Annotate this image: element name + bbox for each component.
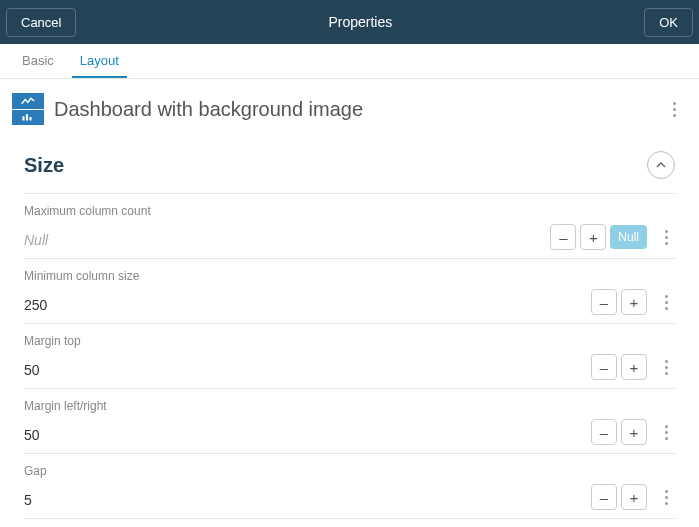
field-label: Maximum column count: [24, 204, 675, 218]
field-menu-button[interactable]: [657, 230, 675, 245]
dialog-title: Properties: [328, 14, 392, 30]
decrement-button[interactable]: –: [591, 354, 617, 380]
increment-button[interactable]: +: [621, 289, 647, 315]
tab-bar: Basic Layout: [0, 44, 699, 79]
collapse-button[interactable]: [647, 151, 675, 179]
page-title: Dashboard with background image: [54, 98, 665, 121]
field-max-column-count: Maximum column count Null – + Null: [24, 194, 675, 259]
page-title-row: Dashboard with background image: [0, 79, 699, 141]
increment-button[interactable]: +: [621, 484, 647, 510]
field-value[interactable]: 50: [24, 362, 40, 380]
field-gap: Gap 5 – +: [24, 454, 675, 519]
field-value[interactable]: 250: [24, 297, 47, 315]
page-menu-button[interactable]: [665, 102, 683, 117]
decrement-button[interactable]: –: [591, 419, 617, 445]
increment-button[interactable]: +: [621, 354, 647, 380]
content-area: Size Maximum column count Null – + Null …: [0, 141, 699, 519]
field-label: Gap: [24, 464, 675, 478]
field-label: Margin top: [24, 334, 675, 348]
tab-basic[interactable]: Basic: [14, 44, 62, 78]
field-value[interactable]: Null: [24, 232, 48, 250]
field-min-column-size: Minimum column size 250 – +: [24, 259, 675, 324]
decrement-button[interactable]: –: [591, 289, 617, 315]
field-controls: – +: [591, 289, 675, 315]
field-label: Minimum column size: [24, 269, 675, 283]
increment-button[interactable]: +: [580, 224, 606, 250]
chevron-up-icon: [655, 159, 667, 171]
dashboard-icon: [12, 93, 44, 125]
field-controls: – +: [591, 354, 675, 380]
tab-layout[interactable]: Layout: [72, 44, 127, 78]
increment-button[interactable]: +: [621, 419, 647, 445]
dialog-header: Cancel Properties OK: [0, 0, 699, 44]
svg-rect-2: [29, 117, 31, 121]
field-menu-button[interactable]: [657, 490, 675, 505]
field-controls: – + Null: [550, 224, 675, 250]
svg-rect-1: [26, 114, 28, 120]
decrement-button[interactable]: –: [550, 224, 576, 250]
cancel-button[interactable]: Cancel: [6, 8, 76, 37]
field-margin-top: Margin top 50 – +: [24, 324, 675, 389]
svg-rect-0: [22, 117, 24, 121]
section-title: Size: [24, 154, 64, 177]
ok-button[interactable]: OK: [644, 8, 693, 37]
field-menu-button[interactable]: [657, 425, 675, 440]
null-button[interactable]: Null: [610, 225, 647, 249]
field-controls: – +: [591, 484, 675, 510]
field-value[interactable]: 50: [24, 427, 40, 445]
field-value[interactable]: 5: [24, 492, 32, 510]
field-label: Margin left/right: [24, 399, 675, 413]
field-menu-button[interactable]: [657, 360, 675, 375]
field-menu-button[interactable]: [657, 295, 675, 310]
section-header-size: Size: [24, 141, 675, 194]
field-controls: – +: [591, 419, 675, 445]
field-margin-left-right: Margin left/right 50 – +: [24, 389, 675, 454]
decrement-button[interactable]: –: [591, 484, 617, 510]
